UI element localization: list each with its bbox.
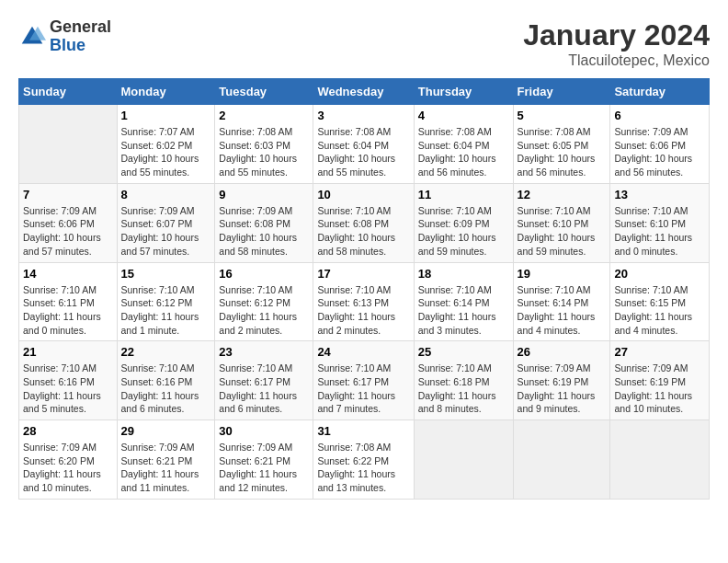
day-cell: 12Sunrise: 7:10 AMSunset: 6:10 PMDayligh… xyxy=(513,183,610,262)
header-friday: Friday xyxy=(513,79,610,105)
day-number: 3 xyxy=(317,109,409,122)
calendar-subtitle: Tlacuilotepec, Mexico xyxy=(523,52,710,69)
day-info: Sunrise: 7:09 AMSunset: 6:08 PMDaylight:… xyxy=(219,204,309,259)
day-cell: 15Sunrise: 7:10 AMSunset: 6:12 PMDayligh… xyxy=(117,262,215,341)
day-info: Sunrise: 7:08 AMSunset: 6:05 PMDaylight:… xyxy=(518,125,607,179)
header: General Blue January 2024 Tlacuilotepec,… xyxy=(18,18,710,69)
day-cell: 10Sunrise: 7:10 AMSunset: 6:08 PMDayligh… xyxy=(313,183,414,262)
title-area: January 2024 Tlacuilotepec, Mexico xyxy=(523,18,710,69)
day-number: 28 xyxy=(23,424,113,438)
day-cell: 6Sunrise: 7:09 AMSunset: 6:06 PMDaylight… xyxy=(610,105,710,184)
header-thursday: Thursday xyxy=(414,79,513,105)
day-number: 12 xyxy=(518,188,607,201)
header-row: Sunday Monday Tuesday Wednesday Thursday… xyxy=(19,79,710,105)
day-info: Sunrise: 7:10 AMSunset: 6:14 PMDaylight:… xyxy=(518,283,607,338)
header-wednesday: Wednesday xyxy=(313,79,414,105)
day-number: 15 xyxy=(121,267,211,281)
day-cell: 22Sunrise: 7:10 AMSunset: 6:16 PMDayligh… xyxy=(117,341,215,420)
day-cell: 23Sunrise: 7:10 AMSunset: 6:17 PMDayligh… xyxy=(215,341,313,420)
header-sunday: Sunday xyxy=(19,79,118,105)
day-number: 31 xyxy=(317,424,409,438)
calendar-header: Sunday Monday Tuesday Wednesday Thursday… xyxy=(19,79,710,105)
day-number: 23 xyxy=(219,345,309,359)
day-number: 29 xyxy=(121,424,211,438)
week-row-3: 14Sunrise: 7:10 AMSunset: 6:11 PMDayligh… xyxy=(19,262,710,341)
day-info: Sunrise: 7:10 AMSunset: 6:08 PMDaylight:… xyxy=(317,204,409,259)
week-row-4: 21Sunrise: 7:10 AMSunset: 6:16 PMDayligh… xyxy=(19,341,710,420)
day-cell: 17Sunrise: 7:10 AMSunset: 6:13 PMDayligh… xyxy=(313,262,414,341)
week-row-1: 1Sunrise: 7:07 AMSunset: 6:02 PMDaylight… xyxy=(19,105,710,184)
day-number: 4 xyxy=(418,109,509,122)
day-cell: 30Sunrise: 7:09 AMSunset: 6:21 PMDayligh… xyxy=(215,420,313,500)
day-cell: 1Sunrise: 7:07 AMSunset: 6:02 PMDaylight… xyxy=(117,105,215,184)
day-number: 6 xyxy=(614,109,705,122)
calendar-body: 1Sunrise: 7:07 AMSunset: 6:02 PMDaylight… xyxy=(19,105,710,500)
day-info: Sunrise: 7:09 AMSunset: 6:07 PMDaylight:… xyxy=(121,204,211,259)
day-info: Sunrise: 7:10 AMSunset: 6:17 PMDaylight:… xyxy=(219,362,309,416)
day-info: Sunrise: 7:08 AMSunset: 6:22 PMDaylight:… xyxy=(317,441,409,495)
day-number: 8 xyxy=(121,188,211,201)
day-number: 2 xyxy=(219,109,309,122)
day-info: Sunrise: 7:10 AMSunset: 6:18 PMDaylight:… xyxy=(418,362,509,416)
day-number: 11 xyxy=(418,188,509,201)
day-cell: 31Sunrise: 7:08 AMSunset: 6:22 PMDayligh… xyxy=(313,420,414,500)
day-info: Sunrise: 7:09 AMSunset: 6:21 PMDaylight:… xyxy=(121,441,211,495)
day-number: 17 xyxy=(317,267,409,281)
day-info: Sunrise: 7:09 AMSunset: 6:19 PMDaylight:… xyxy=(614,362,705,416)
day-info: Sunrise: 7:10 AMSunset: 6:09 PMDaylight:… xyxy=(418,204,509,259)
day-cell: 9Sunrise: 7:09 AMSunset: 6:08 PMDaylight… xyxy=(215,183,313,262)
header-tuesday: Tuesday xyxy=(215,79,313,105)
day-number: 9 xyxy=(219,188,309,201)
day-number: 26 xyxy=(518,345,607,359)
day-number: 18 xyxy=(418,267,509,281)
day-cell: 19Sunrise: 7:10 AMSunset: 6:14 PMDayligh… xyxy=(513,262,610,341)
week-row-5: 28Sunrise: 7:09 AMSunset: 6:20 PMDayligh… xyxy=(19,420,710,500)
day-number: 14 xyxy=(23,267,113,281)
day-number: 19 xyxy=(518,267,607,281)
day-info: Sunrise: 7:10 AMSunset: 6:16 PMDaylight:… xyxy=(121,362,211,416)
day-cell: 20Sunrise: 7:10 AMSunset: 6:15 PMDayligh… xyxy=(610,262,710,341)
day-cell: 13Sunrise: 7:10 AMSunset: 6:10 PMDayligh… xyxy=(610,183,710,262)
day-cell: 27Sunrise: 7:09 AMSunset: 6:19 PMDayligh… xyxy=(610,341,710,420)
day-info: Sunrise: 7:09 AMSunset: 6:20 PMDaylight:… xyxy=(23,441,113,495)
day-cell: 7Sunrise: 7:09 AMSunset: 6:06 PMDaylight… xyxy=(19,183,118,262)
day-cell: 21Sunrise: 7:10 AMSunset: 6:16 PMDayligh… xyxy=(19,341,118,420)
day-info: Sunrise: 7:10 AMSunset: 6:10 PMDaylight:… xyxy=(518,204,607,259)
calendar-title: January 2024 xyxy=(523,18,710,52)
calendar-table: Sunday Monday Tuesday Wednesday Thursday… xyxy=(18,78,710,500)
day-info: Sunrise: 7:10 AMSunset: 6:10 PMDaylight:… xyxy=(614,204,705,259)
day-number: 5 xyxy=(518,109,607,122)
day-info: Sunrise: 7:08 AMSunset: 6:04 PMDaylight:… xyxy=(317,125,409,179)
day-cell: 25Sunrise: 7:10 AMSunset: 6:18 PMDayligh… xyxy=(414,341,513,420)
day-info: Sunrise: 7:09 AMSunset: 6:21 PMDaylight:… xyxy=(219,441,309,495)
day-info: Sunrise: 7:10 AMSunset: 6:13 PMDaylight:… xyxy=(317,283,409,338)
day-number: 20 xyxy=(614,267,705,281)
day-cell xyxy=(414,420,513,500)
day-cell: 3Sunrise: 7:08 AMSunset: 6:04 PMDaylight… xyxy=(313,105,414,184)
day-cell: 8Sunrise: 7:09 AMSunset: 6:07 PMDaylight… xyxy=(117,183,215,262)
header-saturday: Saturday xyxy=(610,79,710,105)
logo-blue-text: Blue xyxy=(50,36,85,54)
day-cell xyxy=(610,420,710,500)
day-info: Sunrise: 7:09 AMSunset: 6:06 PMDaylight:… xyxy=(614,125,705,179)
day-cell: 5Sunrise: 7:08 AMSunset: 6:05 PMDaylight… xyxy=(513,105,610,184)
logo-icon xyxy=(18,23,46,51)
day-info: Sunrise: 7:10 AMSunset: 6:14 PMDaylight:… xyxy=(418,283,509,338)
week-row-2: 7Sunrise: 7:09 AMSunset: 6:06 PMDaylight… xyxy=(19,183,710,262)
day-cell: 14Sunrise: 7:10 AMSunset: 6:11 PMDayligh… xyxy=(19,262,118,341)
logo: General Blue xyxy=(18,18,111,55)
day-number: 7 xyxy=(23,188,113,201)
day-number: 13 xyxy=(614,188,705,201)
day-cell: 28Sunrise: 7:09 AMSunset: 6:20 PMDayligh… xyxy=(19,420,118,500)
day-number: 1 xyxy=(121,109,211,122)
day-info: Sunrise: 7:10 AMSunset: 6:17 PMDaylight:… xyxy=(317,362,409,416)
day-number: 22 xyxy=(121,345,211,359)
day-cell: 11Sunrise: 7:10 AMSunset: 6:09 PMDayligh… xyxy=(414,183,513,262)
day-number: 10 xyxy=(317,188,409,201)
day-info: Sunrise: 7:07 AMSunset: 6:02 PMDaylight:… xyxy=(121,125,211,179)
day-info: Sunrise: 7:10 AMSunset: 6:15 PMDaylight:… xyxy=(614,283,705,338)
day-cell: 4Sunrise: 7:08 AMSunset: 6:04 PMDaylight… xyxy=(414,105,513,184)
day-cell: 2Sunrise: 7:08 AMSunset: 6:03 PMDaylight… xyxy=(215,105,313,184)
day-number: 30 xyxy=(219,424,309,438)
day-info: Sunrise: 7:10 AMSunset: 6:12 PMDaylight:… xyxy=(121,283,211,338)
